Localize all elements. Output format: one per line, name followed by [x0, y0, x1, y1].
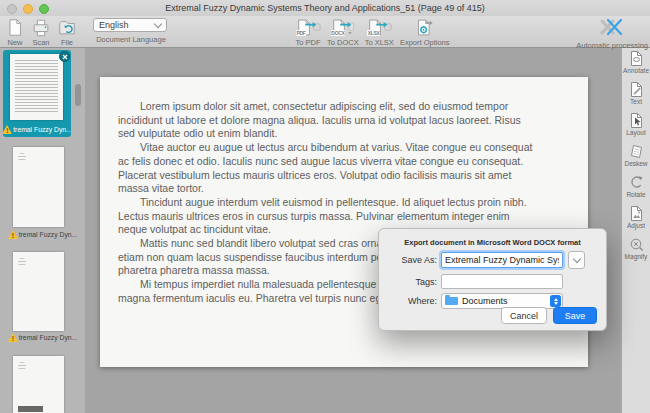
thumbnail-figure	[18, 406, 43, 412]
language-value: English	[99, 20, 129, 30]
tool-label: Annotate	[623, 67, 649, 74]
sidebar-scrollbar[interactable]	[75, 84, 81, 106]
thumbnail-content	[18, 362, 26, 370]
scan-button[interactable]: Scan	[28, 16, 54, 47]
export-options-label: Export Options	[400, 38, 450, 47]
save-as-row: Save As:	[379, 251, 585, 269]
annotate-icon	[628, 50, 645, 67]
tool-text[interactable]: Text	[622, 79, 650, 110]
dialog-title: Export document in Microsoft Word DOCX f…	[379, 238, 606, 247]
thumbnail-label: tremal Fuzzy Dyn...	[0, 230, 85, 239]
docx-badge: DOCX	[331, 30, 345, 36]
page-thumbnail[interactable]	[13, 356, 64, 413]
text-line: Lorem ipsum dolor sit amet, consectetur …	[118, 100, 584, 114]
page-thumbnail[interactable]	[13, 252, 64, 331]
to-docx-label: To DOCX	[327, 38, 359, 47]
main-toolbar: New Scan File English Document Language	[0, 16, 650, 48]
save-as-label: Save As:	[379, 255, 441, 265]
page-thumbnail-selected[interactable]: tremal Fuzzy Dyn...	[3, 50, 71, 137]
warning-icon	[8, 333, 18, 342]
tool-label: Adjust	[627, 222, 645, 229]
text-line: Vitae auctor eu augue ut lectus arcu bib…	[118, 141, 584, 155]
window-title: Extremal Fuzzy Dynamic Systems Theory an…	[60, 3, 590, 13]
minimize-window-button[interactable]	[23, 4, 33, 14]
adjust-icon	[628, 205, 645, 222]
warning-icon	[3, 125, 12, 134]
close-window-button[interactable]	[7, 4, 17, 14]
automatic-processing-icon	[599, 17, 625, 41]
text-line: sed vulputate odio ut enim blandit.	[118, 127, 584, 141]
dialog-buttons: Cancel Save	[501, 307, 597, 324]
to-pdf-icon: PDF	[295, 17, 321, 38]
to-pdf-button[interactable]: PDF To PDF	[292, 16, 324, 47]
close-page-icon[interactable]	[59, 51, 70, 62]
tool-label: Text	[630, 98, 642, 105]
tool-label: Magnify	[625, 253, 648, 260]
tool-magnify[interactable]: Magnify	[622, 234, 650, 265]
app-window: Extremal Fuzzy Dynamic Systems Theory an…	[0, 0, 650, 413]
export-options-icon	[413, 17, 437, 38]
scanner-icon	[31, 17, 51, 38]
to-xlsx-button[interactable]: XLSX To XLSX	[362, 16, 397, 47]
tags-input[interactable]	[441, 274, 563, 289]
new-document-icon	[5, 17, 25, 38]
automatic-processing-button[interactable]: Automatic processing	[576, 16, 648, 50]
thumbnail-content	[18, 258, 26, 266]
export-save-dialog: Export document in Microsoft Word DOCX f…	[378, 228, 607, 331]
open-file-icon	[57, 17, 77, 38]
automatic-processing-label: Automatic processing	[576, 41, 648, 50]
new-button-label: New	[7, 38, 22, 47]
document-language-group: English Document Language	[93, 18, 169, 44]
tool-annotate[interactable]: Annotate	[622, 48, 650, 79]
tools-rail: Annotate Text Layout Deskew Rotate	[621, 48, 650, 413]
text-line: incididunt ut labore et dolore magna ali…	[118, 114, 584, 128]
rotate-icon	[628, 174, 645, 191]
to-docx-button[interactable]: DOCX To DOCX	[324, 16, 362, 47]
warning-icon	[8, 230, 18, 239]
tags-row: Tags:	[379, 274, 563, 289]
save-button[interactable]: Save	[553, 307, 597, 324]
thumbnail-label: tremal Fuzzy Dyn...	[3, 125, 71, 134]
magnify-icon	[628, 236, 645, 253]
page-thumbnail[interactable]	[13, 147, 64, 227]
to-xlsx-label: To XLSX	[365, 38, 394, 47]
cancel-button[interactable]: Cancel	[501, 307, 547, 324]
export-options-button[interactable]: Export Options	[397, 16, 453, 47]
traffic-lights	[7, 4, 49, 14]
zoom-window-button[interactable]	[39, 4, 49, 14]
paragraph: Lorem ipsum dolor sit amet, consectetur …	[118, 100, 584, 141]
tool-rotate[interactable]: Rotate	[622, 172, 650, 203]
to-docx-icon: DOCX	[330, 17, 356, 38]
tool-label: Layout	[626, 129, 646, 136]
to-pdf-label: To PDF	[295, 38, 320, 47]
titlebar: Extremal Fuzzy Dynamic Systems Theory an…	[0, 0, 650, 16]
tool-adjust[interactable]: Adjust	[622, 203, 650, 234]
to-xlsx-icon: XLSX	[366, 17, 392, 38]
language-select[interactable]: English	[93, 18, 167, 32]
pages-sidebar: tremal Fuzzy Dyn... tremal Fuzzy Dyn... …	[0, 48, 85, 413]
tool-deskew[interactable]: Deskew	[622, 141, 650, 172]
tool-label: Rotate	[626, 191, 645, 198]
text-tool-icon	[628, 81, 645, 98]
thumbnail-page	[10, 54, 63, 120]
thumbnail-content	[15, 60, 58, 114]
text-line: ac felis donec et odio. Iaculis nunc sed…	[118, 155, 584, 169]
save-as-input[interactable]	[441, 252, 563, 268]
filename-expand-button[interactable]	[568, 251, 585, 269]
file-button[interactable]: File	[54, 16, 80, 47]
tool-label: Deskew	[624, 160, 647, 167]
chevron-down-icon	[154, 19, 162, 27]
new-button[interactable]: New	[2, 16, 28, 47]
thumbnail-label: tremal Fuzzy Dyn...	[0, 333, 85, 342]
text-line: massa vitae tortor.	[118, 182, 584, 196]
chevron-down-icon	[572, 254, 580, 262]
folder-icon	[445, 297, 458, 305]
where-label: Where:	[379, 296, 441, 306]
xlsx-badge: XLSX	[367, 30, 380, 36]
tool-layout[interactable]: Layout	[622, 110, 650, 141]
text-line: Lectus mauris ultrices eros in cursus tu…	[118, 210, 584, 224]
tags-label: Tags:	[379, 277, 441, 287]
deskew-icon	[628, 143, 645, 160]
language-label: Document Language	[93, 35, 169, 44]
text-line: Placerat vestibulum lectus mauris ultric…	[118, 169, 584, 183]
